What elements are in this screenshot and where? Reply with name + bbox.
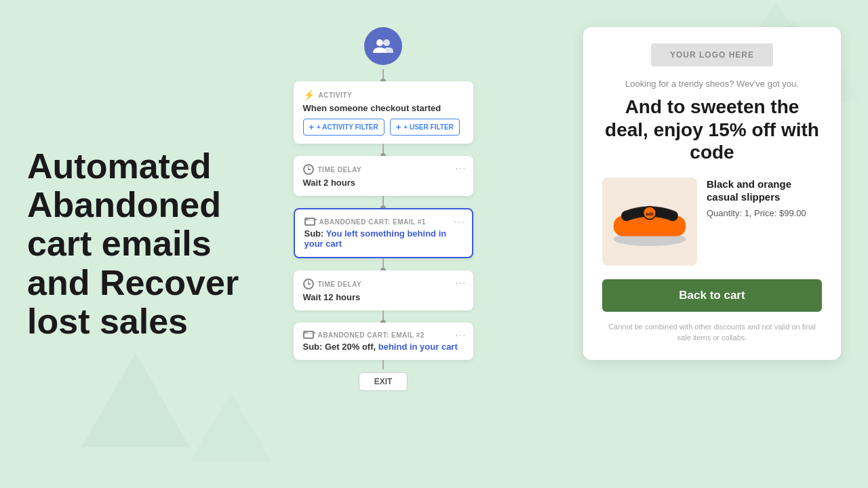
email-1-header: ABANDONED CART: EMAIL #1 (304, 218, 462, 226)
connector-3 (382, 196, 384, 208)
exit-button[interactable]: EXIT (359, 372, 408, 391)
decor-triangle-2 (190, 393, 271, 461)
activity-filter-label: + ACTIVITY FILTER (317, 123, 378, 131)
email-1-label: ABANDONED CART: EMAIL #1 (319, 218, 426, 226)
workflow-section: ⚡ ACTIVITY When someone checkout started… (285, 27, 481, 391)
time-delay-1-body: Wait 2 hours (303, 178, 464, 188)
email-2-subject: behind in your cart (378, 342, 458, 352)
email-1-card: ··· ABANDONED CART: EMAIL #1 Sub: You le… (294, 208, 473, 258)
email-subtitle: Looking for a trendy sheos? Wev've got y… (625, 79, 799, 89)
svg-point-0 (376, 39, 383, 46)
activity-filter-button[interactable]: + + ACTIVITY FILTER (303, 119, 384, 136)
time-delay-2-body: Wait 12 hours (303, 292, 464, 302)
mail-icon-2 (303, 331, 314, 339)
activity-card-header: ⚡ ACTIVITY (303, 89, 464, 100)
svg-point-1 (383, 39, 390, 46)
email-preview-panel: YOUR LOGO HERE Looking for a trendy sheo… (583, 27, 841, 360)
user-group-icon (373, 37, 393, 56)
product-details: Quantity: 1, Price: $99.00 (707, 208, 822, 218)
time-delay-2-header: TIME DELAY (303, 279, 464, 289)
email-2-card: ··· ABANDONED CART: EMAIL #2 Sub: Get 20… (294, 323, 473, 360)
email-2-header: ABANDONED CART: EMAIL #2 (303, 331, 464, 339)
back-to-cart-button[interactable]: Back to cart (602, 279, 822, 312)
product-name: Black and orange casual slippers (707, 178, 822, 204)
user-filter-label: + USER FILTER (403, 123, 453, 131)
user-icon-container (364, 27, 402, 65)
activity-body: When someone checkout started (303, 103, 464, 113)
time-delay-1-header: TIME DELAY (303, 164, 464, 175)
logo-placeholder: YOUR LOGO HERE (651, 43, 773, 66)
time-delay-2-label: TIME DELAY (318, 281, 362, 288)
activity-label: ACTIVITY (319, 92, 353, 99)
connector-1 (382, 69, 384, 81)
connector-2 (382, 144, 384, 156)
mail-icon-1 (304, 218, 315, 226)
time-delay-2-card: ··· TIME DELAY Wait 12 hours (294, 270, 473, 310)
disclaimer-text: Cannot be combined with other discounts … (602, 321, 822, 344)
connector-6 (382, 360, 384, 369)
more-options-2[interactable]: ··· (454, 216, 465, 228)
email-2-label: ABANDONED CART: EMAIL #2 (318, 331, 425, 339)
product-image: adi (602, 178, 697, 266)
clock-icon-2 (303, 279, 314, 289)
filter-buttons: + + ACTIVITY FILTER + + USER FILTER (303, 119, 464, 136)
product-card: adi Black and orange casual slippers Qua… (602, 178, 822, 266)
decor-triangle-1 (81, 352, 190, 447)
more-options-1[interactable]: ··· (455, 163, 466, 175)
plus-icon-1: + (309, 122, 315, 132)
more-options-3[interactable]: ··· (455, 277, 466, 289)
email-1-subject: You left something behind in your cart (304, 228, 447, 249)
slipper-illustration: adi (609, 195, 690, 249)
plus-icon-2: + (396, 122, 401, 132)
user-filter-button[interactable]: + + USER FILTER (390, 119, 460, 136)
activity-card: ⚡ ACTIVITY When someone checkout started… (294, 81, 473, 144)
email-headline: And to sweeten the deal, enjoy 15% off w… (602, 96, 822, 164)
time-delay-1-label: TIME DELAY (318, 166, 362, 174)
email-2-body: Sub: Get 20% off, behind in your cart (303, 342, 464, 352)
time-delay-1-card: ··· TIME DELAY Wait 2 hours (294, 156, 473, 196)
page-headline: Automated Abandoned cart emails and Reco… (27, 147, 271, 341)
email-1-body: Sub: You left something behind in your c… (304, 228, 462, 249)
connector-4 (382, 258, 384, 270)
left-section: Automated Abandoned cart emails and Reco… (27, 147, 271, 341)
connector-5 (382, 310, 384, 323)
svg-text:adi: adi (646, 210, 653, 216)
bolt-icon: ⚡ (303, 89, 315, 100)
product-info: Black and orange casual slippers Quantit… (707, 178, 822, 218)
more-options-4[interactable]: ··· (455, 329, 466, 342)
clock-icon-1 (303, 164, 314, 175)
